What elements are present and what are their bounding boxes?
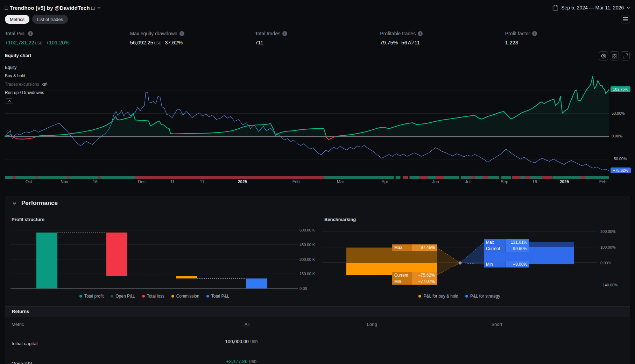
benchmarking-y-label: 200.00% <box>600 229 615 234</box>
metric-label: Profitable tradesi <box>380 31 505 36</box>
range-label-key: Min <box>392 278 412 285</box>
metric-block: Profit factori1.223 <box>505 31 630 45</box>
metric-value: 1.223 <box>505 40 518 45</box>
performance-title: Performance <box>21 200 58 207</box>
metric-label: Total tradesi <box>255 31 380 36</box>
legend-item-label: Total loss <box>147 294 164 299</box>
performance-card <box>5 196 630 364</box>
equity-x-tick[interactable]: Feb <box>285 179 307 184</box>
benchmarking-y-label: −140.00% <box>600 283 618 287</box>
tab-list-of-trades[interactable]: List of trades <box>32 15 68 24</box>
equity-legend-item-trades-excursions[interactable]: Trades excursions <box>5 81 49 87</box>
legend-item-label: Buy & hold <box>5 73 25 78</box>
profit-structure-y-label: 150.00 K <box>299 272 315 276</box>
equity-x-tick[interactable]: Jun <box>424 179 447 184</box>
metric-values: 711 <box>255 40 380 45</box>
equity-y-axis-label: 50.00% <box>612 111 625 115</box>
equity-x-tick[interactable]: 11 <box>161 179 184 184</box>
strategy-current-label: Current99.60% <box>484 245 529 252</box>
equity-x-tick[interactable]: 2025 <box>553 179 576 184</box>
equity-x-tick[interactable]: Apr <box>374 179 396 184</box>
table-divider <box>5 332 630 332</box>
layout-list-button[interactable] <box>621 15 630 23</box>
value-number: 100,000.00 <box>225 339 249 344</box>
equity-x-tick[interactable]: 16 <box>523 179 546 184</box>
chevron-up-icon <box>8 100 11 102</box>
metric-block: Profitable tradesi79.75%567/711 <box>380 31 505 45</box>
maximize-icon <box>623 53 628 58</box>
profit-structure-y-label: 450.00 K <box>299 243 315 247</box>
range-label-key: Max <box>484 239 506 245</box>
info-icon[interactable]: i <box>418 31 423 36</box>
profit-structure-y-label: 0.00 <box>299 286 307 291</box>
list-icon <box>623 17 628 21</box>
range-label-key: Max <box>392 244 412 251</box>
info-icon[interactable]: i <box>28 31 33 36</box>
topbar: □ Trendhoo [v5] by @DaviddTech □ Sep 5, … <box>5 3 630 13</box>
performance-section-header[interactable]: Performance <box>13 200 58 207</box>
range-label-key: Min <box>484 261 506 267</box>
range-label-value: −77.07% <box>412 278 437 285</box>
currency-label: USD <box>154 41 161 45</box>
chart-maximize-button[interactable] <box>621 51 630 60</box>
metrics-row: Total P&Li+102,781.22USD+101.20%Max equi… <box>5 31 630 45</box>
tabs-row: MetricsList of trades <box>5 15 630 24</box>
eye-off-icon <box>42 82 48 86</box>
legend-item-label: Open P&L <box>115 294 135 299</box>
profit-structure-legend: Total profitOpen P&LTotal lossCommission… <box>10 294 298 299</box>
calendar-icon <box>552 5 558 11</box>
metric-label: Total P&Li <box>5 31 130 36</box>
info-icon[interactable]: i <box>532 31 537 36</box>
legend-dot-icon <box>206 295 209 298</box>
view-tabs: MetricsList of trades <box>5 15 68 24</box>
equity-x-tick[interactable]: 17 <box>191 179 213 184</box>
equity-x-tick[interactable]: Nov <box>53 179 76 184</box>
equity-legend-item-equity[interactable]: Equity <box>5 65 17 70</box>
info-icon[interactable]: i <box>282 31 287 36</box>
equity-legend-item-run-up-drawdowns[interactable]: Run-up / Drawdowns <box>5 90 45 95</box>
gear-icon <box>601 53 606 59</box>
strategy-title-dropdown[interactable]: □ Trendhoo [v5] by @DaviddTech □ <box>5 5 101 11</box>
legend-item-open-p-l[interactable]: Open P&L <box>111 294 135 299</box>
buyhold-min-label: Min−77.07% <box>392 278 437 285</box>
equity-x-tick[interactable]: Sep <box>493 179 516 184</box>
equity-x-tick[interactable]: 16 <box>84 179 106 184</box>
currency-label: USD <box>249 340 258 344</box>
page-title: □ Trendhoo [v5] by @DaviddTech □ <box>5 5 94 11</box>
strategy-max-label: Max131.01% <box>484 239 529 245</box>
legend-item-commission[interactable]: Commission <box>171 294 199 299</box>
returns-row-metric: Initial capital <box>12 341 37 346</box>
legend-collapse-button[interactable] <box>5 98 13 104</box>
equity-x-tick[interactable]: Jul <box>457 179 479 184</box>
date-range-picker[interactable]: Sep 5, 2024 — Mar 11, 2026 <box>552 5 630 11</box>
chart-settings-button[interactable] <box>599 51 608 60</box>
metric-block: Max equity drawdowni56,092.25USD37.62% <box>130 31 255 45</box>
range-label-value: 131.01% <box>506 239 529 245</box>
equity-legend-item-buy-hold[interactable]: Buy & hold <box>5 73 26 79</box>
legend-item-p-l-for-strategy[interactable]: P&L for strategy <box>465 294 500 299</box>
equity-x-tick[interactable]: Oct <box>17 179 40 184</box>
metric-extra-value: +101.20% <box>46 40 70 45</box>
chart-snapshot-button[interactable] <box>610 51 619 60</box>
legend-item-label: Trades excursions <box>5 82 39 87</box>
metric-value: +102,781.22USD <box>5 40 42 45</box>
equity-x-tick[interactable]: 2025 <box>231 179 254 184</box>
returns-row-value-all: +3,177.86 USD <box>189 359 294 364</box>
chevron-down-icon <box>97 7 101 9</box>
legend-dot-icon <box>142 295 145 298</box>
equity-x-tick[interactable]: Dec <box>130 179 153 184</box>
legend-item-p-l-for-buy-hold[interactable]: P&L for buy & hold <box>418 294 458 299</box>
equity-x-tick[interactable]: Mar <box>329 179 352 184</box>
equity-x-tick[interactable]: Feb <box>592 179 614 184</box>
equity-legend: EquityBuy & holdTrades excursionsRun-up … <box>5 65 49 104</box>
legend-item-total-p-l[interactable]: Total P&L <box>206 294 229 299</box>
currency-label: USD <box>248 360 256 364</box>
legend-item-total-profit[interactable]: Total profit <box>79 294 104 299</box>
legend-item-total-loss[interactable]: Total loss <box>142 294 164 299</box>
legend-item-label: P&L for buy & hold <box>423 294 458 299</box>
info-icon[interactable]: i <box>179 31 184 36</box>
benchmarking-y-label: 0.00% <box>600 261 611 265</box>
tab-metrics[interactable]: Metrics <box>5 15 29 24</box>
returns-section-header: Returns <box>5 306 630 316</box>
currency-label: USD <box>35 41 42 45</box>
